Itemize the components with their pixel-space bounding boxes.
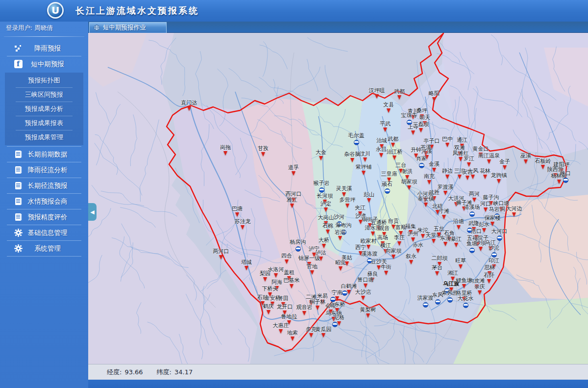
station-label: 尼格 [334, 314, 344, 321]
station-pin-icon [397, 95, 401, 100]
station-pin-icon [383, 128, 387, 132]
station-pin-icon [409, 260, 413, 264]
sidebar-item-label: 基础信息管理 [0, 229, 88, 237]
station-label: 巴中 [442, 135, 453, 143]
sidebar-item-4[interactable]: 长期径流预报 [0, 178, 88, 193]
station-label: 高场 [377, 234, 388, 241]
station-pin-icon [241, 225, 245, 230]
basin-map[interactable]: 直门达岗拖甘孜道孚大金西河口雅江巴塘苏洼龙两河口塔城毛尔盖杂谷脑汶川紫坪铺平武治… [88, 33, 588, 364]
station-label: 泸州 [408, 230, 418, 237]
station-label: 清溪场 [464, 204, 480, 211]
tab-short-mid-term-forecast[interactable]: 短中期预报作业 [89, 22, 167, 33]
reservoir-icon [463, 303, 468, 308]
station-label: 甘孜 [258, 145, 269, 152]
station-label: 黄金口 [473, 145, 489, 153]
sidebar-item-label: 降雨径流分析 [0, 166, 88, 175]
station-label: 上寺 [408, 123, 418, 130]
station-label: 三皇庙 [381, 170, 397, 178]
station-label: 文县 [383, 101, 394, 108]
sidebar-item-5[interactable]: 水情预报会商 [0, 194, 88, 209]
tab-strip: 短中期预报作业 [88, 22, 588, 33]
station-label: 略阳 [429, 90, 440, 97]
station-pin-icon [324, 207, 328, 212]
station-label: 美姑 [342, 254, 352, 261]
station-label: 地索 [287, 329, 298, 336]
station-label: 宝珠寺 [401, 112, 417, 119]
header-bar: U 长江上游流域水文预报系统 [0, 0, 588, 22]
station-pin-icon [435, 271, 439, 276]
sidebar-item-label: 系统管理 [0, 244, 88, 253]
sidebar-item-7[interactable]: 基础信息管理 [0, 225, 88, 240]
station-pin-icon [316, 306, 319, 310]
station-pin-icon [459, 264, 463, 269]
station-label: 牛街 [381, 263, 392, 271]
sidebar-item-label: 长期前期数据 [0, 150, 88, 159]
sidebar-collapse-button[interactable]: ◀ [88, 203, 97, 221]
station-pin-icon [497, 179, 501, 183]
sidebar-item-1[interactable]: f短中期预报 [0, 56, 88, 72]
station-label: 武都 [388, 135, 398, 143]
station-pin-icon [263, 277, 267, 282]
sidebar-item-3[interactable]: 降雨径流分析 [0, 162, 88, 178]
station-label: 通江 [457, 136, 467, 144]
submenu-item-0[interactable]: 预报拓扑图 [5, 74, 83, 87]
station-pin-icon [290, 284, 294, 288]
station-label: 肖家 [416, 155, 427, 162]
station-pin-icon [367, 245, 370, 249]
station-pin-icon [459, 157, 463, 161]
station-pin-icon [391, 143, 395, 147]
station-label: 彭山 [364, 191, 374, 198]
station-label: 大桥 [318, 236, 329, 244]
sidebar-divider [4, 36, 84, 37]
sidebar-item-0[interactable]: 降雨预报 [0, 41, 88, 56]
submenu-item-4[interactable]: 预报成果管理 [5, 130, 83, 144]
station-pin-icon [371, 232, 375, 236]
latitude-value: 34.17 [174, 368, 193, 376]
sidebar-item-label: 降雨预报 [0, 44, 88, 53]
station-pin-icon [279, 329, 283, 334]
doc-icon [14, 213, 23, 222]
sidebar-item-8[interactable]: 系统管理 [0, 241, 88, 256]
sidebar-item-2[interactable]: 长期前期数据 [0, 147, 88, 162]
submenu-item-1[interactable]: 三峡区间预报 [5, 88, 83, 102]
station-label: 治江桥 [387, 148, 403, 155]
station-pin-icon [512, 212, 516, 217]
station-label: 平武 [380, 120, 391, 128]
station-label: 胡家坝 [401, 178, 417, 185]
station-pin-icon [445, 175, 449, 179]
station-label: 余庆 [474, 283, 485, 290]
station-label: 巴基米 [284, 277, 300, 284]
reservoir-icon [354, 140, 359, 145]
station-pin-icon [223, 151, 227, 155]
station-label: 灵关溪 [336, 185, 352, 192]
station-label: 湘江 [447, 269, 458, 277]
submenu-item-2[interactable]: 预报成果分析 [5, 102, 83, 116]
station-pin-icon [335, 296, 339, 301]
station-pin-icon [490, 222, 494, 226]
station-pin-icon [397, 241, 401, 246]
submenu-item-3[interactable]: 预报成果报表 [5, 116, 83, 130]
station-pin-icon [483, 175, 487, 179]
station-pin-icon [478, 290, 482, 295]
station-pin-icon [472, 198, 476, 202]
station-label: 直门达 [181, 99, 197, 106]
station-label: 思林 [484, 264, 495, 271]
station-pin-icon [487, 159, 491, 164]
station-label: 道孚 [288, 164, 299, 171]
station-label: 洪家渡 [417, 294, 434, 302]
scatter-icon [14, 44, 23, 53]
station-label: 升钟 [411, 146, 421, 154]
reservoir-icon [423, 302, 428, 308]
station-label: 武隆 [468, 220, 479, 227]
station-pin-icon [487, 279, 491, 284]
station-pin-icon [445, 143, 449, 147]
station-label: 溪洛渡 [362, 250, 378, 258]
station-label: 瀑布沟 [336, 222, 352, 229]
reservoir-icon [563, 178, 568, 183]
station-pin-icon [467, 162, 471, 167]
sidebar-item-6[interactable]: 预报精度评价 [0, 209, 88, 225]
station-label: 桐子林 [310, 298, 326, 306]
station-pin-icon [479, 247, 483, 251]
station-pin-icon [484, 207, 488, 212]
station-label: 罗江 [464, 155, 474, 162]
